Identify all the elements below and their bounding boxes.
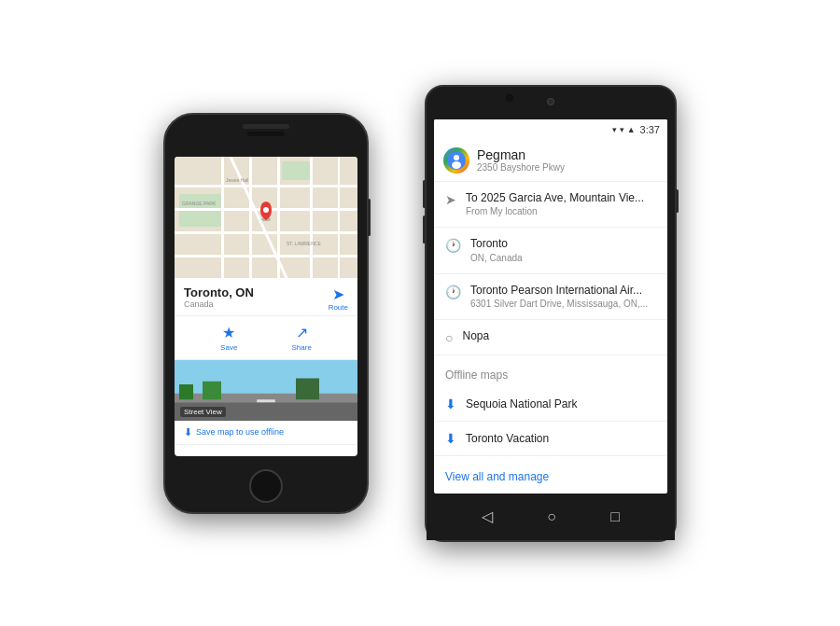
pegman-avatar	[443, 147, 469, 174]
svg-point-27	[452, 161, 461, 169]
svg-rect-11	[338, 157, 340, 278]
android-volume-down	[423, 216, 426, 243]
list-item[interactable]: 🕐 Toronto ON, Canada	[434, 228, 667, 274]
svg-rect-2	[282, 161, 310, 180]
svg-text:GRANGE PARK: GRANGE PARK	[182, 201, 217, 206]
offline-map-icon: ⬇	[445, 431, 456, 446]
list-item-sub: 6301 Silver Dart Drive, Mississauga, ON,…	[470, 298, 648, 310]
view-all-button[interactable]: View all and manage	[434, 456, 667, 493]
svg-rect-22	[203, 381, 221, 399]
offline-map-name: Toronto Vacation	[466, 432, 549, 445]
list-item[interactable]: 🕐 Toronto Pearson International Air... 6…	[434, 274, 667, 321]
view-all-label: View all and manage	[445, 470, 549, 483]
time: 3:37	[640, 124, 660, 135]
svg-rect-6	[175, 255, 357, 257]
list-item-sub: From My location	[466, 205, 644, 217]
svg-rect-3	[175, 185, 357, 188]
navigate-icon: ➤	[445, 192, 456, 207]
offline-map-name: Sequoia National Park	[466, 397, 577, 410]
street-view-thumbnail[interactable]: Street View	[175, 360, 357, 421]
svg-point-17	[263, 207, 269, 213]
place-icon: ○	[445, 330, 453, 345]
iphone-location-info: Toronto, ON Canada ➤ Route	[175, 278, 357, 316]
route-button[interactable]: ➤ Route	[329, 285, 348, 312]
svg-rect-24	[257, 399, 275, 402]
share-icon: ↗	[296, 324, 308, 341]
iphone-map[interactable]: GRANGE PARK ST. LAWRENCE Jessie Hall	[175, 157, 357, 278]
android-speaker	[506, 94, 513, 102]
download-icon: ⬇	[184, 426, 192, 438]
list-item-title: Nopa	[462, 329, 489, 344]
list-item-title: Toronto	[470, 237, 523, 252]
share-button[interactable]: ↗ Share	[292, 324, 312, 352]
svg-text:Jessie Hall: Jessie Hall	[226, 177, 248, 183]
map-svg: GRANGE PARK ST. LAWRENCE Jessie Hall	[175, 157, 357, 278]
offline-map-icon: ⬇	[445, 396, 456, 411]
save-icon: ★	[222, 324, 235, 341]
header-subtitle: 2350 Bayshore Pkwy	[477, 162, 565, 173]
iphone-device: GRANGE PARK ST. LAWRENCE Jessie Hall Tor…	[163, 113, 369, 514]
offline-map-item[interactable]: ⬇ Toronto Vacation	[434, 422, 667, 456]
iphone-speaker	[247, 132, 285, 136]
iphone-screen: GRANGE PARK ST. LAWRENCE Jessie Hall Tor…	[175, 157, 357, 456]
report-problem-button[interactable]: Report a problem	[175, 445, 357, 456]
header-title: Pegman	[477, 147, 565, 162]
list-item[interactable]: ○ Nopa	[434, 320, 667, 355]
save-offline-label: Save map to use offline	[196, 427, 284, 437]
android-power-button	[676, 189, 679, 213]
back-button[interactable]: ◁	[482, 508, 493, 525]
offline-section-header: Offline maps	[434, 355, 667, 387]
location-sub: Canada	[184, 299, 254, 309]
list-item[interactable]: ➤ To 2025 Garcia Ave, Mountain Vie... Fr…	[434, 182, 667, 229]
android-camera	[547, 98, 554, 105]
status-bar: ▾ ▾ ▲ 3:37	[434, 119, 667, 140]
location-name: Toronto, ON	[184, 285, 254, 299]
android-screen: ▾ ▾ ▲ 3:37 Pegman 2350 Bayshore Pkwy	[434, 119, 667, 494]
android-header: Pegman 2350 Bayshore Pkwy	[434, 140, 667, 182]
route-icon: ➤	[332, 285, 344, 303]
signal-icon: ▲	[627, 125, 636, 134]
svg-rect-8	[249, 157, 252, 278]
offline-map-item[interactable]: ⬇ Sequoia National Park	[434, 387, 667, 422]
svg-rect-7	[221, 157, 224, 278]
status-icons: ▾ ▾ ▲ 3:37	[612, 124, 660, 135]
list-item-title: To 2025 Garcia Ave, Mountain Vie...	[466, 191, 644, 206]
location-icon: ▾	[612, 125, 617, 134]
svg-rect-10	[310, 157, 313, 278]
iphone-power-button	[368, 199, 371, 236]
history-icon: 🕐	[445, 238, 461, 253]
list-item-title: Toronto Pearson International Air...	[470, 284, 648, 299]
wifi-icon: ▾	[620, 125, 624, 134]
streetview-label: Street View	[180, 407, 226, 417]
route-label: Route	[329, 303, 348, 312]
svg-point-26	[454, 155, 459, 160]
svg-rect-23	[296, 378, 319, 399]
suggestions-list: ➤ To 2025 Garcia Ave, Mountain Vie... Fr…	[434, 182, 667, 494]
save-button[interactable]: ★ Save	[220, 324, 237, 352]
save-label: Save	[220, 343, 237, 352]
svg-text:ST. LAWRENCE: ST. LAWRENCE	[287, 241, 321, 246]
svg-rect-21	[179, 384, 193, 399]
pegman-svg	[447, 151, 466, 170]
android-device: ▾ ▾ ▲ 3:37 Pegman 2350 Bayshore Pkwy	[425, 85, 677, 542]
home-button[interactable]: ○	[547, 508, 556, 525]
action-buttons: ★ Save ↗ Share	[175, 316, 357, 360]
list-item-sub: ON, Canada	[470, 252, 523, 264]
android-volume-up	[423, 180, 426, 208]
share-label: Share	[292, 343, 312, 352]
iphone-home-button[interactable]	[249, 469, 283, 503]
recents-button[interactable]: □	[610, 508, 620, 525]
history-icon: 🕐	[445, 285, 461, 299]
android-navbar: ◁ ○ □	[427, 494, 675, 540]
save-offline-button[interactable]: ⬇ Save map to use offline	[175, 421, 357, 445]
